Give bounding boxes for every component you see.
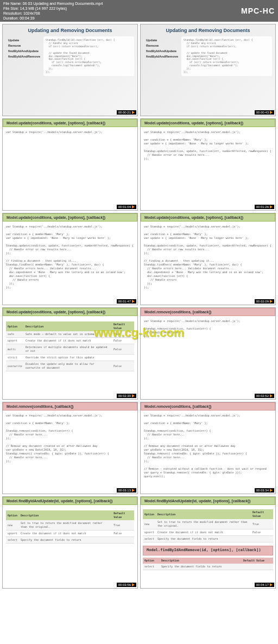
thumbnail[interactable]: Model.update(conditions, update, [option…: [140, 118, 276, 211]
slide-header: Model.update(conditions, update, [option…: [3, 119, 137, 127]
thumbnail[interactable]: Updating and Removing Documents Update R…: [2, 24, 138, 116]
thumbnail[interactable]: Model.remove(conditions, [callback]) var…: [140, 307, 276, 400]
thumbnail[interactable]: Model.update(conditions, update, [option…: [2, 307, 138, 400]
slide-title: Updating and Removing Documents: [6, 28, 134, 33]
thumbnail[interactable]: Model.findByIdAndUpdate(id, update, [opt…: [140, 496, 276, 589]
thumbnail[interactable]: Model.findByIdAndUpdate(id, update, [opt…: [2, 496, 138, 589]
timestamp: 00:00:21: [117, 110, 136, 115]
thumbnail[interactable]: Model.update(conditions, update, [option…: [2, 213, 138, 305]
slide-header: Model.findByIdAndUpdate(id, update, [opt…: [3, 497, 137, 505]
thumbnail[interactable]: Model.update(conditions, update, [option…: [140, 213, 276, 305]
code-body: var Standup = require('../models/standup…: [3, 127, 137, 210]
thumbnail[interactable]: Model.remove(conditions, [callback]) var…: [140, 402, 276, 494]
play-icon: [132, 111, 135, 114]
brand-label: MPC-HC: [241, 7, 275, 15]
thumbnail[interactable]: Updating and Removing Documents UpdateRe…: [140, 24, 276, 116]
player-header: File Name: 06 03 Updating and Removing D…: [0, 0, 278, 22]
slide-header: Model.remove(conditions, [callback]): [141, 308, 275, 316]
thumbnail[interactable]: Model.update(conditions, update, [option…: [2, 118, 138, 211]
thumbnail-grid: Updating and Removing Documents Update R…: [0, 22, 278, 591]
menu-list: Update Remove findByIdAndUpdate findById…: [6, 36, 42, 75]
thumbnail[interactable]: Model.remove(conditions, [callback]) var…: [2, 402, 138, 494]
options-table: OptionDescriptionDefault Value safeSafe …: [6, 321, 134, 371]
code-snippet: Standup.findById(id).exec(function (err,…: [43, 36, 134, 75]
